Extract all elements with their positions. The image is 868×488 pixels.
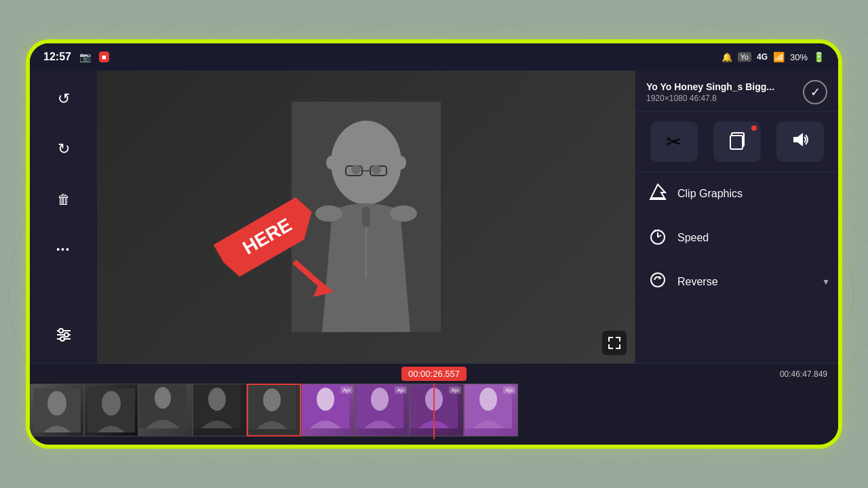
timeline-header: 00:00:26.557 00:46:47.849 (30, 364, 838, 384)
video-title: Yo Yo Honey Singh_s Bigg... (646, 81, 774, 92)
copy-icon (726, 129, 748, 155)
reverse-label: Reverse (677, 276, 718, 288)
video-meta: 1920×1080 46:47.8 (646, 94, 774, 103)
svg-marker-26 (650, 184, 665, 199)
timeline-clip-color-3: Ajo (410, 384, 464, 436)
video-info-text: Yo Yo Honey Singh_s Bigg... 1920×1080 46… (646, 81, 774, 103)
status-right: 🔔 Yo 4G 📶 30% 🔋 (722, 52, 825, 62)
speed-item[interactable]: Speed › (635, 216, 838, 260)
bell-icon: 🔔 (722, 52, 732, 62)
playhead (433, 384, 435, 439)
left-toolbar: ↺ ↻ 🗑 ••• (30, 70, 98, 363)
status-left: 12:57 📷 ■ (43, 51, 109, 63)
fullscreen-button[interactable] (602, 331, 627, 355)
status-bar: 12:57 📷 ■ 🔔 Yo 4G 📶 30% 🔋 (30, 43, 838, 70)
check-icon: ✓ (810, 85, 821, 100)
timeline-strip[interactable]: Ajo Ajo Ajo Ajo (30, 384, 838, 439)
signal-4g: 4G (757, 52, 768, 62)
battery-text: 30% (790, 52, 808, 62)
status-time: 12:57 (43, 51, 71, 63)
undo-button[interactable]: ↺ (49, 84, 79, 114)
undo-icon: ↺ (58, 90, 70, 108)
cut-button[interactable]: ✂ (650, 121, 698, 162)
redo-button[interactable]: ↻ (49, 134, 79, 164)
adjust-icon (54, 325, 73, 344)
svg-rect-24 (730, 136, 743, 149)
person-silhouette (292, 102, 441, 332)
ajo-badge: Ajo (340, 386, 353, 394)
svg-marker-34 (658, 276, 662, 279)
svg-point-14 (351, 165, 361, 174)
timeline-clip (84, 384, 138, 436)
timeline-clip-selected (247, 384, 301, 436)
reverse-item[interactable]: Reverse ▼ (635, 260, 838, 304)
timeline-clip (30, 384, 84, 436)
delete-button[interactable]: 🗑 (49, 184, 79, 214)
video-duration: 46:47.8 (690, 94, 717, 103)
svg-point-7 (331, 121, 401, 205)
clip-graphics-label: Clip Graphics (677, 188, 743, 200)
timeline-clip-color-4: Ajo (464, 384, 518, 436)
main-content: ↺ ↻ 🗑 ••• (30, 70, 838, 363)
instagram-icon: 📷 (79, 52, 91, 62)
reverse-icon (648, 271, 668, 293)
timeline-area: 00:00:26.557 00:46:47.849 (30, 363, 838, 445)
svg-point-15 (372, 165, 381, 174)
clip-graphics-item[interactable]: Clip Graphics › (635, 172, 838, 216)
svg-point-5 (60, 337, 64, 341)
volume-button[interactable] (776, 121, 824, 162)
timeline-clip (193, 384, 247, 436)
svg-point-44 (263, 388, 281, 411)
video-thumbnail (98, 70, 635, 363)
trash-icon: 🗑 (57, 192, 71, 207)
timeline-clip-color-2: Ajo (355, 384, 410, 436)
action-icons-row: ✂ (635, 112, 838, 172)
menu-items-list: Clip Graphics › Speed › (635, 172, 838, 363)
phone-frame: 12:57 📷 ■ 🔔 Yo 4G 📶 30% 🔋 ↺ ↻ 🗑 (27, 41, 841, 447)
svg-point-17 (397, 156, 406, 169)
clip-graphics-icon (648, 183, 668, 205)
end-time-label: 00:46:47.849 (780, 369, 827, 379)
svg-point-16 (326, 156, 336, 169)
copy-button[interactable] (713, 121, 761, 162)
volume-icon (789, 129, 811, 155)
svg-marker-25 (793, 133, 803, 146)
reverse-dropdown-arrow: ▼ (822, 277, 830, 287)
ajo-badge: Ajo (395, 386, 407, 394)
current-time-badge: 00:00:26.557 (401, 367, 467, 381)
yo-badge: Yo (738, 52, 751, 62)
timeline-clip (138, 384, 193, 436)
signal-bars: 📶 (773, 52, 785, 62)
svg-point-42 (208, 388, 226, 411)
svg-point-38 (102, 391, 121, 415)
confirm-button[interactable]: ✓ (803, 80, 827, 104)
svg-point-52 (479, 388, 497, 411)
speed-label: Speed (677, 232, 709, 244)
record-icon: ■ (99, 52, 109, 62)
svg-point-33 (651, 273, 665, 287)
more-button[interactable]: ••• (49, 235, 79, 264)
ajo-badge: Ajo (449, 386, 461, 394)
svg-point-3 (59, 329, 63, 333)
fullscreen-icon (608, 336, 621, 350)
svg-rect-18 (362, 207, 370, 227)
video-preview: HERE (98, 70, 635, 363)
video-info-header: Yo Yo Honey Singh_s Bigg... 1920×1080 46… (635, 70, 838, 112)
right-panel: Yo Yo Honey Singh_s Bigg... 1920×1080 46… (635, 70, 838, 363)
svg-point-12 (315, 205, 342, 222)
red-dot-badge (751, 125, 757, 131)
svg-point-36 (47, 391, 66, 415)
redo-icon: ↻ (58, 140, 70, 158)
svg-point-40 (155, 387, 171, 409)
video-resolution: 1920×1080 (646, 94, 687, 103)
speed-icon (648, 227, 668, 249)
timeline-clip-color-1: Ajo (301, 384, 355, 436)
ajo-badge: Ajo (503, 386, 515, 394)
svg-point-48 (371, 388, 389, 411)
battery-icon: 🔋 (813, 52, 825, 62)
svg-point-46 (317, 388, 334, 411)
scissors-icon: ✂ (666, 131, 682, 153)
svg-point-13 (390, 205, 417, 222)
more-dots-icon: ••• (56, 244, 71, 255)
adjust-button[interactable] (49, 320, 79, 350)
